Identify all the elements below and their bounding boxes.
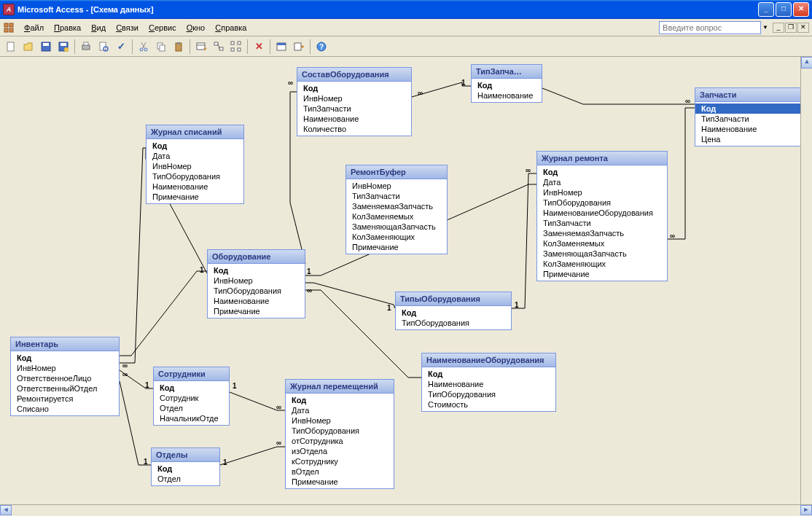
table-naim_oborud[interactable]: НаименованиеОборудованияКодНаименованиеТ… bbox=[421, 353, 556, 412]
table-field[interactable]: КолЗаменяющих bbox=[537, 259, 667, 269]
table-field[interactable]: ОтветственныйОтдел bbox=[11, 383, 119, 394]
table-header[interactable]: Запчасти bbox=[695, 88, 803, 102]
table-field[interactable]: Наименование bbox=[297, 114, 411, 124]
table-field[interactable]: Наименование bbox=[422, 379, 555, 389]
help-question-input[interactable] bbox=[659, 21, 761, 34]
paste-button[interactable] bbox=[171, 39, 187, 55]
table-field[interactable]: ИнвНомер bbox=[537, 187, 667, 198]
table-sostav[interactable]: СоставОборудованияКодИнвНомерТипЗапчасти… bbox=[297, 67, 412, 136]
scroll-right-button[interactable]: ► bbox=[800, 505, 812, 515]
table-field[interactable]: ТипОборудования bbox=[422, 389, 555, 399]
table-field[interactable]: Дата bbox=[286, 405, 394, 415]
table-field[interactable]: НаименованиеОборудования bbox=[537, 208, 667, 218]
print-button[interactable] bbox=[78, 39, 94, 55]
table-field[interactable]: ТипОборудования bbox=[147, 171, 243, 181]
table-field[interactable]: Отдел bbox=[152, 474, 219, 484]
table-field[interactable]: Код bbox=[147, 141, 243, 151]
table-header[interactable]: Сотрудники bbox=[154, 367, 229, 381]
table-field[interactable]: Код bbox=[695, 103, 803, 114]
table-field[interactable]: Код bbox=[537, 167, 667, 177]
table-remont_bufer[interactable]: РемонтБуферИнвНомерТипЗапчастиЗаменяемая… bbox=[346, 165, 448, 254]
table-header[interactable]: ТипыОборудования bbox=[396, 292, 511, 306]
table-field[interactable]: НачальникОтде bbox=[154, 413, 229, 423]
table-field[interactable]: Стоимость bbox=[422, 399, 555, 410]
table-header[interactable]: Журнал ремонта bbox=[537, 152, 667, 165]
new-object-button[interactable] bbox=[291, 39, 307, 55]
scroll-left-button[interactable]: ◄ bbox=[0, 505, 12, 515]
menu-item-1[interactable]: Правка bbox=[49, 21, 86, 34]
table-header[interactable]: Оборудование bbox=[208, 250, 305, 264]
table-tipzap[interactable]: ТипЗапча…КодНаименование bbox=[471, 64, 542, 103]
table-field[interactable]: КолЗаменяемых bbox=[346, 211, 447, 222]
cut-button[interactable] bbox=[136, 39, 152, 55]
new-button[interactable] bbox=[3, 39, 19, 55]
table-field[interactable]: ЗаменяющаяЗапчасть bbox=[537, 249, 667, 259]
table-field[interactable]: ТипЗапчасти bbox=[695, 114, 803, 124]
table-field[interactable]: Код bbox=[286, 395, 394, 405]
minimize-button[interactable]: _ bbox=[758, 2, 774, 17]
table-field[interactable]: Примечание bbox=[208, 306, 305, 316]
table-field[interactable]: Код bbox=[422, 369, 555, 379]
table-field[interactable]: Код bbox=[297, 83, 411, 93]
show-all-button[interactable] bbox=[228, 39, 244, 55]
table-field[interactable]: ОтветственноеЛицо bbox=[11, 373, 119, 383]
table-sotrudniki[interactable]: СотрудникиКодСотрудникОтделНачальникОтде bbox=[153, 367, 230, 426]
mdi-minimize-button[interactable]: _ bbox=[773, 23, 784, 33]
table-jurnal_spis[interactable]: Журнал списанийКодДатаИнвНомерТипОборудо… bbox=[146, 125, 244, 204]
show-direct-button[interactable] bbox=[211, 39, 227, 55]
table-field[interactable]: ИнвНомер bbox=[346, 181, 447, 191]
table-header[interactable]: Журнал перемещений bbox=[286, 380, 394, 394]
scroll-up-button[interactable]: ▲ bbox=[801, 57, 812, 69]
help-button[interactable]: ? bbox=[313, 39, 329, 55]
table-field[interactable]: ИнвНомер bbox=[286, 415, 394, 426]
clear-layout-button[interactable]: ✕ bbox=[251, 39, 267, 55]
table-field[interactable]: ТипЗапчасти bbox=[346, 191, 447, 201]
table-field[interactable]: ИнвНомер bbox=[147, 161, 243, 171]
table-field[interactable]: ТипОборудования bbox=[208, 286, 305, 296]
table-field[interactable]: Код bbox=[152, 464, 219, 474]
table-field[interactable]: ИнвНомер bbox=[297, 93, 411, 103]
table-field[interactable]: Наименование bbox=[695, 124, 803, 134]
table-field[interactable]: КолЗаменяющих bbox=[346, 232, 447, 242]
menu-item-5[interactable]: Окно bbox=[181, 21, 211, 34]
table-field[interactable]: ТипЗапчасти bbox=[297, 103, 411, 114]
copy-button[interactable] bbox=[153, 39, 169, 55]
table-header[interactable]: СоставОборудования bbox=[297, 68, 411, 82]
table-field[interactable]: Примечание bbox=[346, 242, 447, 252]
vertical-scrollbar[interactable]: ▲ bbox=[800, 57, 812, 504]
menu-item-4[interactable]: Сервис bbox=[144, 21, 181, 34]
table-inventar[interactable]: ИнвентарьКодИнвНомерОтветственноеЛицоОтв… bbox=[10, 337, 120, 416]
mdi-close-button[interactable]: ✕ bbox=[797, 23, 809, 33]
table-field[interactable]: Наименование bbox=[147, 181, 243, 192]
table-header[interactable]: Инвентарь bbox=[11, 337, 119, 351]
table-field[interactable]: Примечание bbox=[537, 269, 667, 279]
table-tipy_oborud[interactable]: ТипыОборудованияКодТипОборудования bbox=[395, 292, 512, 330]
table-field[interactable]: Наименование bbox=[208, 296, 305, 306]
table-field[interactable]: Количество bbox=[297, 124, 411, 134]
table-field[interactable]: отСотрудника bbox=[286, 436, 394, 446]
help-dropdown-icon[interactable]: ▼ bbox=[762, 24, 768, 31]
table-field[interactable]: ЗаменяемаяЗапчасть bbox=[537, 228, 667, 238]
table-field[interactable]: Код bbox=[472, 80, 542, 90]
spelling-button[interactable]: ✓ bbox=[113, 39, 129, 55]
table-field[interactable]: Сотрудник bbox=[154, 393, 229, 403]
table-field[interactable]: ТипЗапчасти bbox=[537, 218, 667, 228]
open-button[interactable] bbox=[20, 39, 36, 55]
table-header[interactable]: Журнал списаний bbox=[147, 125, 243, 139]
table-field[interactable]: Ремонтируется bbox=[11, 394, 119, 404]
maximize-button[interactable]: □ bbox=[776, 2, 792, 17]
table-field[interactable]: Дата bbox=[147, 151, 243, 161]
table-oborudovanie[interactable]: ОборудованиеКодИнвНомерТипОборудованияНа… bbox=[207, 249, 305, 318]
table-field[interactable]: ЗаменяемаяЗапчасть bbox=[346, 201, 447, 211]
relationships-canvas[interactable]: 1 ∞ ∞ 1 ∞ 1 ∞ 1 1 ∞ 1 ∞ ∞ 1 1 1 1 ∞ ∞ ∞ … bbox=[0, 57, 812, 505]
table-field[interactable]: изОтдела bbox=[286, 446, 394, 456]
table-field[interactable]: Код bbox=[396, 308, 511, 318]
table-header[interactable]: НаименованиеОборудования bbox=[422, 353, 555, 367]
table-field[interactable]: кСотруднику bbox=[286, 456, 394, 466]
menu-item-0[interactable]: Файл bbox=[19, 21, 49, 34]
table-otdely[interactable]: ОтделыКодОтдел bbox=[151, 447, 220, 486]
save-button[interactable] bbox=[38, 39, 54, 55]
table-field[interactable]: ИнвНомер bbox=[11, 363, 119, 373]
table-field[interactable]: ТипОборудования bbox=[537, 198, 667, 208]
print-preview-button[interactable] bbox=[95, 39, 112, 55]
